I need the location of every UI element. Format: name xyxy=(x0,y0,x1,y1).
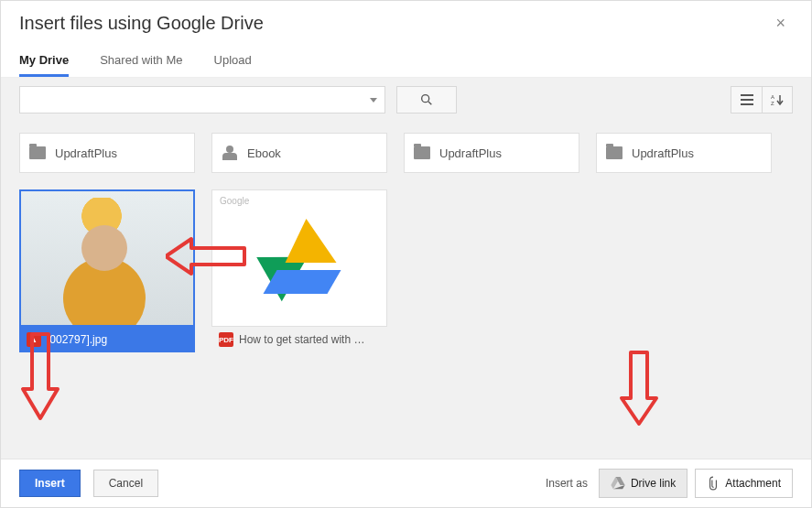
folder-icon xyxy=(414,146,430,159)
file-thumbnail: Google xyxy=(211,189,387,327)
attachment-button[interactable]: Attachment xyxy=(695,469,793,498)
tab-shared-with-me[interactable]: Shared with Me xyxy=(100,46,182,77)
dialog-title: Insert files using Google Drive xyxy=(19,13,264,34)
svg-point-0 xyxy=(422,95,429,103)
image-file-icon: ▲ xyxy=(27,332,41,347)
drive-logo-icon xyxy=(254,219,345,297)
folder-card[interactable]: Ebook xyxy=(211,133,387,173)
folder-card[interactable]: UpdraftPlus xyxy=(19,133,195,173)
folder-row: UpdraftPlus Ebook UpdraftPlus UpdraftPlu… xyxy=(19,133,793,173)
svg-rect-3 xyxy=(741,99,753,101)
view-controls: A Z xyxy=(731,86,793,113)
file-card-selected[interactable]: ▲ [002797].jpg xyxy=(19,189,195,352)
folder-name: UpdraftPlus xyxy=(632,146,694,160)
picker-content: UpdraftPlus Ebook UpdraftPlus UpdraftPlu… xyxy=(1,122,811,459)
svg-text:Z: Z xyxy=(771,101,774,106)
drive-link-label: Drive link xyxy=(631,477,676,490)
annotation-arrow-down-drivelink xyxy=(616,349,662,427)
file-name: [002797].jpg xyxy=(47,333,107,346)
drive-icon xyxy=(611,477,625,490)
folder-card[interactable]: UpdraftPlus xyxy=(404,133,579,173)
attachment-label: Attachment xyxy=(725,477,781,490)
search-input[interactable] xyxy=(19,86,385,113)
list-view-button[interactable] xyxy=(731,86,762,113)
drive-link-button[interactable]: Drive link xyxy=(599,469,687,498)
svg-line-1 xyxy=(428,102,431,104)
svg-rect-2 xyxy=(741,94,753,96)
tab-my-drive[interactable]: My Drive xyxy=(19,46,69,77)
search-button[interactable] xyxy=(396,86,457,113)
sort-button[interactable]: A Z xyxy=(762,86,793,113)
folder-name: Ebook xyxy=(247,146,281,160)
file-label: PDF How to get started with … xyxy=(211,327,387,352)
insert-as-label: Insert as xyxy=(546,477,588,490)
picker-toolbar: A Z xyxy=(1,78,811,122)
folder-name: UpdraftPlus xyxy=(55,146,117,160)
file-name: How to get started with … xyxy=(239,333,364,346)
cancel-button[interactable]: Cancel xyxy=(93,470,158,497)
tab-upload[interactable]: Upload xyxy=(214,46,252,77)
file-label: ▲ [002797].jpg xyxy=(19,327,195,352)
dialog-header: Insert files using Google Drive × xyxy=(1,1,811,40)
file-thumbnail xyxy=(19,189,195,327)
close-icon[interactable]: × xyxy=(768,10,793,37)
chevron-down-icon xyxy=(370,98,377,103)
insert-drive-dialog: Insert files using Google Drive × My Dri… xyxy=(0,0,812,508)
folder-name: UpdraftPlus xyxy=(439,146,502,160)
insert-as-group: Insert as Drive link Attachment xyxy=(546,469,793,498)
image-placeholder xyxy=(21,191,193,325)
folder-card[interactable]: UpdraftPlus xyxy=(596,133,772,173)
doc-brand: Google xyxy=(220,196,249,206)
drive-tabs: My Drive Shared with Me Upload xyxy=(1,40,811,78)
pdf-file-icon: PDF xyxy=(219,332,233,347)
insert-button[interactable]: Insert xyxy=(19,470,81,497)
svg-rect-4 xyxy=(741,103,753,105)
folder-icon xyxy=(29,146,46,159)
svg-text:A: A xyxy=(771,94,774,100)
file-card[interactable]: Google PDF How to get started with … xyxy=(211,189,387,352)
search-icon xyxy=(419,92,434,107)
sort-az-icon: A Z xyxy=(771,93,784,106)
paperclip-icon xyxy=(707,476,720,491)
folder-icon xyxy=(606,146,623,159)
list-icon xyxy=(741,93,753,106)
svg-marker-10 xyxy=(622,352,656,424)
file-row: ▲ [002797].jpg Google PDF How to get sta… xyxy=(19,189,793,352)
dialog-footer: Insert Cancel Insert as Drive link Attac… xyxy=(1,459,811,507)
shared-folder-icon xyxy=(222,146,238,160)
